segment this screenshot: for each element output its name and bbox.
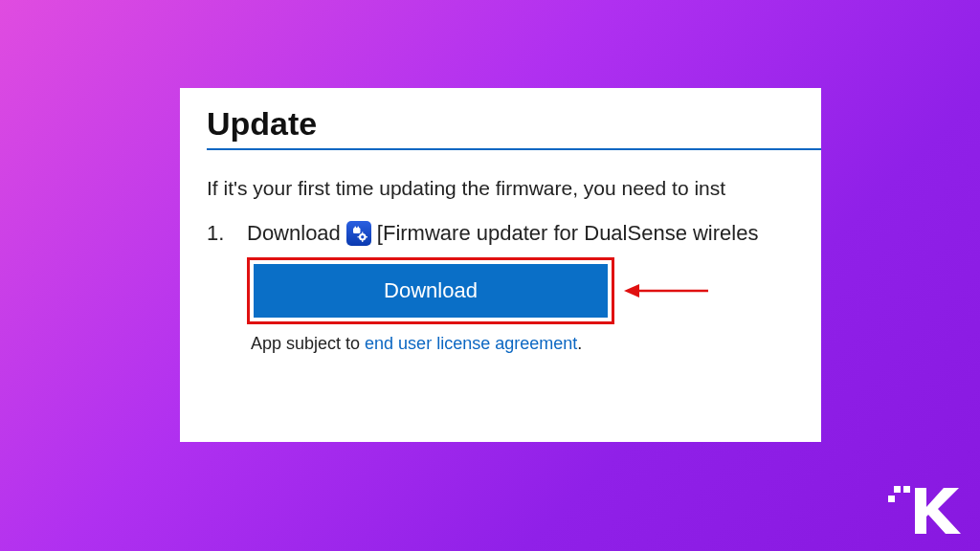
- svg-rect-5: [362, 232, 363, 234]
- svg-rect-11: [894, 486, 901, 493]
- legal-prefix: App subject to: [251, 334, 365, 353]
- legal-suffix: .: [577, 334, 582, 353]
- svg-rect-2: [357, 227, 359, 229]
- eula-link[interactable]: end user license agreement: [365, 334, 577, 353]
- step-line: Download [Firmware updater for Dual: [247, 221, 821, 246]
- svg-rect-13: [888, 496, 895, 502]
- section-heading: Update: [207, 105, 821, 143]
- svg-rect-12: [903, 486, 910, 493]
- svg-point-4: [361, 235, 364, 238]
- svg-rect-0: [353, 228, 361, 233]
- annotation-arrow-icon: [624, 279, 710, 302]
- highlight-outline: Download: [247, 257, 614, 324]
- updater-app-icon: [346, 221, 371, 246]
- step-body: Download [Firmware updater for Dual: [247, 221, 821, 354]
- step-number: 1.: [207, 221, 226, 354]
- svg-rect-1: [354, 227, 356, 229]
- svg-rect-6: [362, 240, 363, 242]
- svg-rect-7: [357, 236, 359, 237]
- svg-rect-8: [366, 236, 368, 237]
- download-button[interactable]: Download: [254, 264, 608, 318]
- watermark-logo-icon: [888, 480, 965, 538]
- svg-marker-10: [624, 284, 639, 298]
- step-lead: Download: [247, 221, 341, 246]
- download-area: Download: [247, 257, 821, 324]
- step-trail: [Firmware updater for DualSense wireles: [377, 221, 759, 246]
- intro-text: If it's your first time updating the fir…: [207, 177, 821, 200]
- content-card: Update If it's your first time updating …: [180, 88, 821, 442]
- step-row: 1. Download [Fi: [207, 221, 821, 354]
- heading-rule: [207, 148, 821, 150]
- legal-text: App subject to end user license agreemen…: [251, 334, 821, 354]
